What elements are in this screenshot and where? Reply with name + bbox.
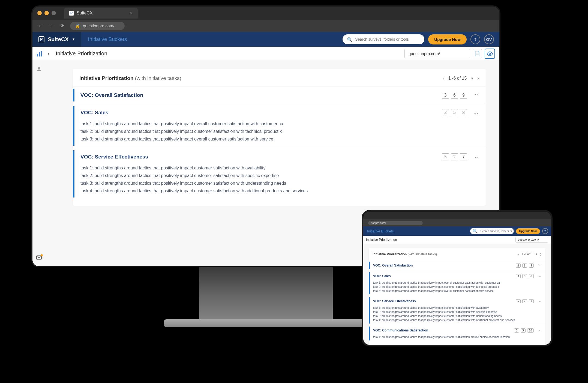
initiative-title[interactable]: VOC: Service Effectiveness	[80, 154, 148, 160]
tab-favicon: P	[69, 11, 74, 16]
task-row: task 1: build strengths around tactics t…	[373, 306, 542, 310]
tablet-search[interactable]: 🔍	[470, 228, 514, 234]
chevron-up-icon[interactable]: ︿	[538, 299, 542, 304]
initiative-row: VOC: Sales358︿task 1: build strengths ar…	[369, 271, 545, 296]
tablet-app-header: Initiative Buckets 🔍 Upgrade Now ?	[363, 226, 551, 236]
pager-dropdown-icon[interactable]: ▼	[470, 77, 473, 80]
monitor-stand	[199, 267, 333, 325]
search-input[interactable]: 🔍	[343, 34, 424, 44]
score-box: 6	[522, 264, 527, 268]
chevron-down-icon[interactable]: ﹀	[474, 91, 479, 99]
score-box: 3	[516, 274, 521, 278]
task-row: task 1: build strengths around tactics t…	[80, 164, 479, 172]
task-row: task 4: build strengths around tactics t…	[373, 318, 542, 322]
tablet-help[interactable]: ?	[542, 228, 548, 234]
task-row: task 3: build strengths around tactics t…	[80, 179, 479, 187]
help-button[interactable]: ?	[470, 34, 480, 44]
maximize-dot[interactable]	[52, 11, 56, 15]
score-box: 5	[514, 328, 519, 333]
initiative-title[interactable]: VOC: Overall Satisfaction	[80, 92, 143, 98]
search-field[interactable]	[355, 37, 420, 41]
chevron-left-icon[interactable]: ‹	[48, 50, 50, 57]
back-icon[interactable]: ←	[37, 23, 43, 29]
score-box: 2	[522, 299, 527, 303]
initiative-row: VOC: Communications Satisfaction5510︿tas…	[369, 325, 545, 342]
initiative-row: VOC: Service Effectiveness527︿task 1: bu…	[369, 296, 545, 325]
initiative-row: VOC: Overall Satisfaction369﹀	[73, 86, 486, 104]
reload-icon[interactable]: ⟳	[59, 23, 65, 29]
tablet-subnav: Initiative Prioritization questionpro.co…	[363, 236, 551, 244]
svg-rect-2	[37, 256, 41, 259]
sub-nav: ‹ Initiative Prioritization questionpro.…	[32, 47, 499, 61]
task-row: task 1: build strengths around tactics t…	[373, 335, 542, 339]
pager: ‹ 1 -6 of 15 ▼ ›	[443, 75, 479, 81]
initiative-title[interactable]: VOC: Service Effectiveness	[373, 299, 416, 303]
avatar[interactable]: GV	[484, 34, 494, 44]
task-row: task 1: build strengths around tactics t…	[80, 120, 479, 128]
tablet-url-box[interactable]: questionpro.com/	[515, 237, 548, 243]
user-icon[interactable]	[36, 66, 42, 72]
score-box: 9	[529, 264, 534, 268]
task-row: task 3: build strengths around tactics t…	[373, 289, 542, 293]
upgrade-button[interactable]: Upgrade Now	[428, 34, 467, 44]
svg-point-1	[38, 67, 40, 69]
initiative-row: VOC: Overall Satisfaction369﹀	[369, 260, 545, 271]
eye-icon	[487, 51, 493, 57]
initiative-row: VOC: Sales358︿task 1: build strengths ar…	[73, 104, 486, 148]
search-icon: 🔍	[347, 37, 352, 42]
score-box: 3	[516, 264, 521, 268]
chevron-down-icon[interactable]: ﹀	[538, 263, 542, 268]
score-box: 9	[460, 92, 467, 99]
forward-icon[interactable]: →	[48, 23, 54, 29]
pager-next[interactable]: ›	[477, 75, 479, 81]
score-box: 5	[451, 109, 458, 116]
initiative-title[interactable]: VOC: Overall Satisfaction	[373, 264, 413, 267]
search-icon: 🔍	[472, 229, 478, 234]
close-icon[interactable]: ×	[130, 10, 133, 16]
initiative-title[interactable]: VOC: Sales	[80, 110, 108, 116]
pager-prev[interactable]: ‹	[443, 75, 445, 81]
pager-text: 1 -6 of 15	[448, 76, 467, 81]
panel-title: Initiative Prioritization (with initiati…	[79, 75, 181, 81]
tablet-upgrade-button[interactable]: Upgrade Now	[516, 228, 540, 234]
share-url-field[interactable]: questionpro.com/	[404, 49, 470, 58]
chevron-up-icon[interactable]: ︿	[474, 153, 479, 160]
task-row: task 2: build strengths around tactics t…	[373, 310, 542, 314]
tablet-page-title: Initiative Prioritization	[366, 238, 397, 242]
brand-switcher[interactable]: P SuiteCX ▼	[32, 32, 81, 47]
task-row: task 2: build strengths around tactics t…	[373, 285, 542, 289]
chevron-up-icon[interactable]: ︿	[474, 109, 479, 116]
copy-icon[interactable]: 📄	[473, 49, 482, 58]
task-row: task 4: build strengths around tactics t…	[80, 187, 479, 195]
tablet-url[interactable]: tionpro.com/	[368, 221, 423, 225]
initiative-title[interactable]: VOC: Sales	[373, 274, 391, 278]
mail-icon[interactable]	[36, 255, 42, 261]
chevron-up-icon[interactable]: ︿	[538, 274, 542, 279]
score-box: 3	[442, 109, 449, 116]
score-box: 3	[442, 92, 449, 99]
task-row: task 3: build strengths around tactics t…	[80, 135, 479, 143]
url-field[interactable]: 🔒 questionpro.com/	[70, 22, 125, 30]
task-row: task 3: build strengths around tactics t…	[373, 314, 542, 318]
tablet-breadcrumb[interactable]: Initiative Buckets	[363, 229, 398, 233]
score-box: 10	[527, 328, 534, 333]
window-controls[interactable]	[37, 11, 56, 15]
breadcrumb[interactable]: Initiative Buckets	[81, 36, 134, 42]
chevron-up-icon[interactable]: ︿	[538, 328, 542, 333]
brand-name: SuiteCX	[48, 36, 69, 43]
browser-tab[interactable]: P SuiteCX ×	[64, 8, 138, 19]
tablet-panel: Initiative Prioritization (with initiati…	[369, 248, 545, 345]
preview-button[interactable]	[485, 49, 495, 59]
chart-icon[interactable]	[37, 51, 42, 56]
score-box: 8	[460, 109, 467, 116]
score-box: 5	[516, 299, 521, 303]
close-dot[interactable]	[37, 11, 42, 15]
address-bar: ← → ⟳ 🔒 questionpro.com/	[32, 20, 499, 32]
tablet-content: Initiative Prioritization (with initiati…	[363, 244, 551, 345]
score-box: 5	[522, 274, 527, 278]
initiative-title[interactable]: VOC: Communications Satisfaction	[373, 328, 428, 332]
minimize-dot[interactable]	[44, 11, 49, 15]
score-box: 8	[529, 274, 534, 278]
monitor-base	[164, 319, 368, 327]
brand-logo-icon: P	[38, 36, 44, 42]
